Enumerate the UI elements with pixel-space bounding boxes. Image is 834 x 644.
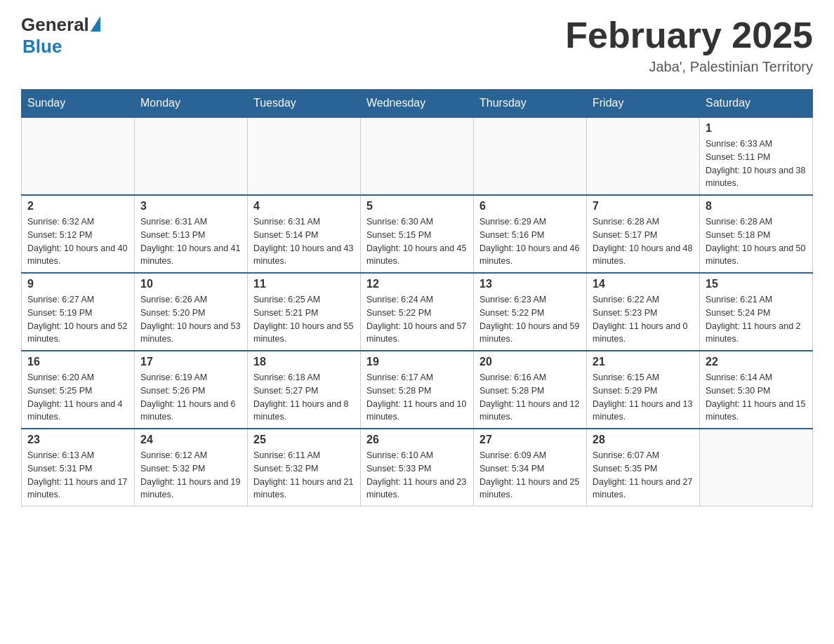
page-title: February 2025 (565, 14, 813, 56)
day-info: Sunrise: 6:30 AMSunset: 5:15 PMDaylight:… (366, 215, 468, 268)
day-number: 4 (253, 200, 355, 213)
calendar-cell: 24Sunrise: 6:12 AMSunset: 5:32 PMDayligh… (135, 429, 248, 507)
day-number: 13 (479, 278, 581, 290)
day-info: Sunrise: 6:29 AMSunset: 5:16 PMDaylight:… (479, 215, 581, 268)
day-number: 14 (593, 278, 694, 290)
day-number: 9 (27, 278, 128, 290)
day-number: 23 (27, 434, 128, 446)
calendar-week-row: 16Sunrise: 6:20 AMSunset: 5:25 PMDayligh… (22, 351, 813, 429)
calendar-cell: 6Sunrise: 6:29 AMSunset: 5:16 PMDaylight… (474, 195, 587, 273)
day-info: Sunrise: 6:31 AMSunset: 5:13 PMDaylight:… (140, 215, 241, 268)
day-number: 21 (593, 356, 694, 368)
day-info: Sunrise: 6:26 AMSunset: 5:20 PMDaylight:… (140, 293, 241, 346)
day-info: Sunrise: 6:28 AMSunset: 5:18 PMDaylight:… (706, 215, 807, 268)
calendar-cell: 26Sunrise: 6:10 AMSunset: 5:33 PMDayligh… (361, 429, 474, 507)
day-info: Sunrise: 6:22 AMSunset: 5:23 PMDaylight:… (593, 293, 694, 346)
calendar-cell (135, 117, 248, 195)
calendar-cell: 27Sunrise: 6:09 AMSunset: 5:34 PMDayligh… (474, 429, 587, 507)
day-number: 12 (366, 278, 468, 290)
calendar-cell (474, 117, 587, 195)
calendar-cell: 25Sunrise: 6:11 AMSunset: 5:32 PMDayligh… (248, 429, 361, 507)
day-number: 1 (706, 122, 807, 135)
calendar-cell: 12Sunrise: 6:24 AMSunset: 5:22 PMDayligh… (361, 273, 474, 351)
calendar-cell: 21Sunrise: 6:15 AMSunset: 5:29 PMDayligh… (587, 351, 700, 429)
title-block: February 2025 Jaba', Palestinian Territo… (565, 14, 813, 75)
day-number: 27 (479, 434, 581, 446)
calendar-week-row: 2Sunrise: 6:32 AMSunset: 5:12 PMDaylight… (22, 195, 813, 273)
calendar-cell: 9Sunrise: 6:27 AMSunset: 5:19 PMDaylight… (22, 273, 135, 351)
calendar-week-row: 9Sunrise: 6:27 AMSunset: 5:19 PMDaylight… (22, 273, 813, 351)
logo-general-text: General (21, 14, 89, 36)
day-number: 10 (140, 278, 241, 290)
day-info: Sunrise: 6:20 AMSunset: 5:25 PMDaylight:… (27, 371, 128, 424)
day-number: 28 (593, 434, 694, 446)
day-info: Sunrise: 6:10 AMSunset: 5:33 PMDaylight:… (366, 449, 468, 502)
day-number: 19 (366, 356, 468, 368)
day-info: Sunrise: 6:09 AMSunset: 5:34 PMDaylight:… (479, 449, 581, 502)
day-info: Sunrise: 6:33 AMSunset: 5:11 PMDaylight:… (706, 137, 807, 190)
col-header-thursday: Thursday (474, 90, 587, 118)
day-info: Sunrise: 6:25 AMSunset: 5:21 PMDaylight:… (253, 293, 355, 346)
day-info: Sunrise: 6:21 AMSunset: 5:24 PMDaylight:… (706, 293, 807, 346)
logo: General Blue (21, 14, 100, 58)
day-info: Sunrise: 6:11 AMSunset: 5:32 PMDaylight:… (253, 449, 355, 502)
day-number: 8 (706, 200, 807, 213)
calendar-table: SundayMondayTuesdayWednesdayThursdayFrid… (21, 89, 813, 507)
calendar-cell: 11Sunrise: 6:25 AMSunset: 5:21 PMDayligh… (248, 273, 361, 351)
calendar-cell: 5Sunrise: 6:30 AMSunset: 5:15 PMDaylight… (361, 195, 474, 273)
col-header-wednesday: Wednesday (361, 90, 474, 118)
logo-triangle-icon (91, 16, 100, 32)
calendar-cell: 4Sunrise: 6:31 AMSunset: 5:14 PMDaylight… (248, 195, 361, 273)
day-info: Sunrise: 6:15 AMSunset: 5:29 PMDaylight:… (593, 371, 694, 424)
day-info: Sunrise: 6:16 AMSunset: 5:28 PMDaylight:… (479, 371, 581, 424)
calendar-header-row: SundayMondayTuesdayWednesdayThursdayFrid… (22, 90, 813, 118)
calendar-cell: 7Sunrise: 6:28 AMSunset: 5:17 PMDaylight… (587, 195, 700, 273)
calendar-cell: 19Sunrise: 6:17 AMSunset: 5:28 PMDayligh… (361, 351, 474, 429)
day-info: Sunrise: 6:18 AMSunset: 5:27 PMDaylight:… (253, 371, 355, 424)
calendar-cell: 20Sunrise: 6:16 AMSunset: 5:28 PMDayligh… (474, 351, 587, 429)
calendar-cell: 2Sunrise: 6:32 AMSunset: 5:12 PMDaylight… (22, 195, 135, 273)
day-number: 6 (479, 200, 581, 213)
day-number: 5 (366, 200, 468, 213)
day-info: Sunrise: 6:19 AMSunset: 5:26 PMDaylight:… (140, 371, 241, 424)
calendar-cell (22, 117, 135, 195)
day-number: 2 (27, 200, 128, 213)
day-number: 3 (140, 200, 241, 213)
calendar-cell: 16Sunrise: 6:20 AMSunset: 5:25 PMDayligh… (22, 351, 135, 429)
calendar-cell: 8Sunrise: 6:28 AMSunset: 5:18 PMDaylight… (700, 195, 813, 273)
day-number: 17 (140, 356, 241, 368)
day-info: Sunrise: 6:27 AMSunset: 5:19 PMDaylight:… (27, 293, 128, 346)
day-number: 25 (253, 434, 355, 446)
day-number: 24 (140, 434, 241, 446)
day-info: Sunrise: 6:14 AMSunset: 5:30 PMDaylight:… (706, 371, 807, 424)
col-header-monday: Monday (135, 90, 248, 118)
calendar-cell (361, 117, 474, 195)
calendar-cell (700, 429, 813, 507)
calendar-cell: 10Sunrise: 6:26 AMSunset: 5:20 PMDayligh… (135, 273, 248, 351)
day-number: 18 (253, 356, 355, 368)
calendar-week-row: 23Sunrise: 6:13 AMSunset: 5:31 PMDayligh… (22, 429, 813, 507)
col-header-sunday: Sunday (22, 90, 135, 118)
day-number: 20 (479, 356, 581, 368)
day-number: 7 (593, 200, 694, 213)
calendar-cell: 1Sunrise: 6:33 AMSunset: 5:11 PMDaylight… (700, 117, 813, 195)
page-subtitle: Jaba', Palestinian Territory (565, 59, 813, 75)
page-header: General Blue February 2025 Jaba', Palest… (21, 14, 813, 75)
day-info: Sunrise: 6:24 AMSunset: 5:22 PMDaylight:… (366, 293, 468, 346)
day-number: 11 (253, 278, 355, 290)
calendar-cell: 17Sunrise: 6:19 AMSunset: 5:26 PMDayligh… (135, 351, 248, 429)
day-info: Sunrise: 6:12 AMSunset: 5:32 PMDaylight:… (140, 449, 241, 502)
calendar-cell: 13Sunrise: 6:23 AMSunset: 5:22 PMDayligh… (474, 273, 587, 351)
col-header-friday: Friday (587, 90, 700, 118)
day-number: 15 (706, 278, 807, 290)
calendar-cell (587, 117, 700, 195)
calendar-cell: 18Sunrise: 6:18 AMSunset: 5:27 PMDayligh… (248, 351, 361, 429)
day-number: 26 (366, 434, 468, 446)
day-info: Sunrise: 6:28 AMSunset: 5:17 PMDaylight:… (593, 215, 694, 268)
day-info: Sunrise: 6:17 AMSunset: 5:28 PMDaylight:… (366, 371, 468, 424)
day-number: 16 (27, 356, 128, 368)
calendar-cell (248, 117, 361, 195)
logo-blue-text: Blue (22, 36, 62, 58)
calendar-cell: 15Sunrise: 6:21 AMSunset: 5:24 PMDayligh… (700, 273, 813, 351)
day-info: Sunrise: 6:31 AMSunset: 5:14 PMDaylight:… (253, 215, 355, 268)
